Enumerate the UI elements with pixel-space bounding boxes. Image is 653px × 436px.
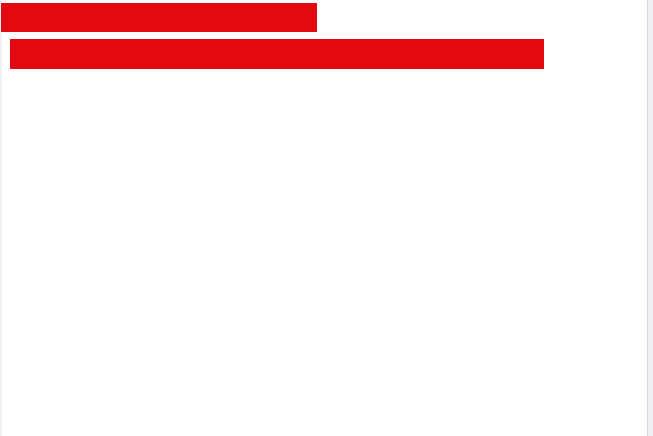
tab-historique[interactable] bbox=[317, 3, 645, 32]
period-bar bbox=[10, 39, 544, 69]
tab-intraday[interactable] bbox=[1, 3, 317, 32]
period-button-tous[interactable] bbox=[544, 39, 644, 69]
app-window bbox=[0, 0, 653, 436]
